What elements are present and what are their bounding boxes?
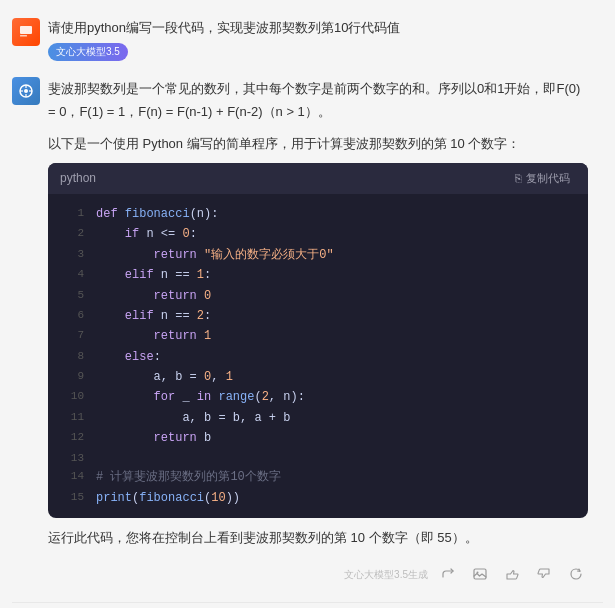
svg-rect-1 bbox=[20, 35, 27, 37]
action-bar-1: 文心大模型3.5生成 bbox=[48, 558, 588, 590]
svg-rect-0 bbox=[20, 26, 32, 34]
copy-code-button[interactable]: ⎘ 复制代码 bbox=[509, 169, 576, 188]
code-line-11: 11 a, b = b, a + b bbox=[48, 408, 588, 428]
image-action-icon[interactable] bbox=[468, 562, 492, 586]
code-line-6: 6 elif n == 2: bbox=[48, 306, 588, 326]
code-line-13: 13 bbox=[48, 449, 588, 468]
ai-outro-text: 运行此代码，您将在控制台上看到斐波那契数列的第 10 个数字（即 55）。 bbox=[48, 526, 588, 549]
thumbdown-action-icon[interactable] bbox=[532, 562, 556, 586]
code-line-1: 1 def fibonacci(n): bbox=[48, 204, 588, 224]
svg-point-3 bbox=[24, 89, 28, 93]
code-header: python ⎘ 复制代码 bbox=[48, 163, 588, 194]
code-body: 1 def fibonacci(n): 2 if n <= 0: 3 retur… bbox=[48, 194, 588, 518]
code-language: python bbox=[60, 171, 96, 185]
ai-avatar-1 bbox=[12, 77, 40, 105]
code-line-8: 8 else: bbox=[48, 347, 588, 367]
code-line-3: 3 return "输入的数字必须大于0" bbox=[48, 245, 588, 265]
code-line-2: 2 if n <= 0: bbox=[48, 224, 588, 244]
model-badge: 文心大模型3.5 bbox=[48, 43, 128, 61]
code-line-12: 12 return b bbox=[48, 428, 588, 448]
code-line-14: 14 # 计算斐波那契数列的第10个数字 bbox=[48, 467, 588, 487]
user-text-1: 请使用python编写一段代码，实现斐波那契数列第10行代码值 bbox=[48, 18, 401, 39]
user-bubble-1: 请使用python编写一段代码，实现斐波那契数列第10行代码值 文心大模型3.5 bbox=[48, 18, 401, 61]
ai-intro-text: 斐波那契数列是一个常见的数列，其中每个数字是前两个数字的和。序列以0和1开始，即… bbox=[48, 77, 588, 155]
ai-message-1: 斐波那契数列是一个常见的数列，其中每个数字是前两个数字的和。序列以0和1开始，即… bbox=[0, 69, 615, 598]
code-line-10: 10 for _ in range(2, n): bbox=[48, 387, 588, 407]
user-avatar-1 bbox=[12, 18, 40, 46]
chat-container: 请使用python编写一段代码，实现斐波那契数列第10行代码值 文心大模型3.5… bbox=[0, 0, 615, 608]
copy-label: 复制代码 bbox=[526, 171, 570, 186]
refresh-action-icon[interactable] bbox=[564, 562, 588, 586]
thumbup-action-icon[interactable] bbox=[500, 562, 524, 586]
code-line-7: 7 return 1 bbox=[48, 326, 588, 346]
user-message-1: 请使用python编写一段代码，实现斐波那契数列第10行代码值 文心大模型3.5 bbox=[0, 10, 615, 69]
watermark-1: 文心大模型3.5生成 bbox=[344, 568, 428, 582]
code-line-15: 15 print(fibonacci(10)) bbox=[48, 488, 588, 508]
code-line-4: 4 elif n == 1: bbox=[48, 265, 588, 285]
code-line-5: 5 return 0 bbox=[48, 286, 588, 306]
divider-1 bbox=[12, 602, 603, 603]
code-block: python ⎘ 复制代码 1 def fibonacci(n): 2 if n… bbox=[48, 163, 588, 518]
copy-icon: ⎘ bbox=[515, 172, 522, 184]
share-action-icon[interactable] bbox=[436, 562, 460, 586]
code-line-9: 9 a, b = 0, 1 bbox=[48, 367, 588, 387]
ai-content-1: 斐波那契数列是一个常见的数列，其中每个数字是前两个数字的和。序列以0和1开始，即… bbox=[48, 77, 588, 590]
